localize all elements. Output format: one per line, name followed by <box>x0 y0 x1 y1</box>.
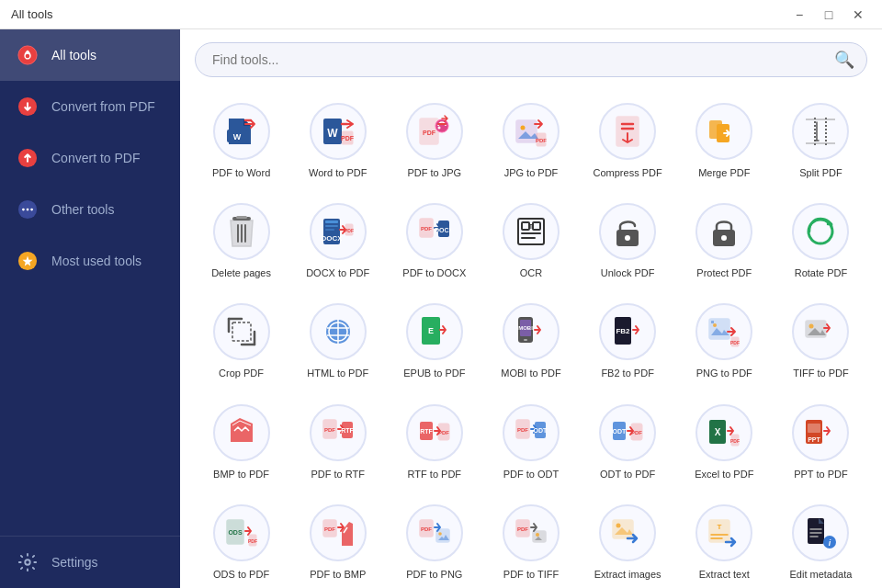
svg-text:PDF: PDF <box>341 135 355 141</box>
tool-item-bmp-to-pdf[interactable]: BMP to PDF <box>195 395 288 488</box>
tool-item-mobi-to-pdf[interactable]: MOBI MOBI to PDF <box>484 294 577 387</box>
svg-point-5 <box>22 209 25 211</box>
tool-label-ods-to-pdf: ODS to PDF <box>213 569 269 581</box>
search-input[interactable] <box>195 42 867 77</box>
tool-item-edit-metadata[interactable]: i Edit metadata <box>775 495 867 588</box>
tool-item-ods-to-pdf[interactable]: ODS PDF ODS to PDF <box>195 495 288 588</box>
close-button[interactable]: ✕ <box>845 5 871 25</box>
tool-item-epub-to-pdf[interactable]: E EPUB to PDF <box>388 294 481 387</box>
svg-point-79 <box>713 323 717 327</box>
sidebar-item-other-tools[interactable]: Other tools <box>0 184 180 235</box>
sidebar-item-convert-to-pdf[interactable]: Convert to PDF <box>0 132 180 184</box>
svg-text:PDF: PDF <box>324 526 335 532</box>
tool-item-pdf-to-png[interactable]: PDF PDF to PNG <box>388 495 481 588</box>
svg-point-1 <box>26 54 30 59</box>
tool-label-pdf-to-docx: PDF to DOCX <box>402 267 466 279</box>
tool-item-pdf-to-docx[interactable]: PDF DOCX PDF to DOCX <box>388 194 481 287</box>
svg-point-9 <box>25 560 30 565</box>
svg-text:RTF: RTF <box>341 427 354 434</box>
svg-text:PDF: PDF <box>345 228 354 233</box>
tool-item-protect-pdf[interactable]: Protect PDF <box>678 194 771 287</box>
tool-label-pdf-to-jpg: PDF to JPG <box>408 167 462 179</box>
svg-text:PDF: PDF <box>438 430 449 435</box>
tool-item-extract-text[interactable]: T Extract text <box>678 495 771 588</box>
tool-icon-extract-images <box>599 504 656 561</box>
tool-item-odt-to-pdf[interactable]: ODT PDF ODT to PDF <box>582 395 674 488</box>
svg-rect-64 <box>232 322 251 341</box>
tool-icon-extract-text: T <box>695 504 752 561</box>
minimize-button[interactable]: − <box>786 5 812 25</box>
tool-item-pdf-to-word[interactable]: W PDF to Word <box>195 94 288 187</box>
tool-item-jpg-to-pdf[interactable]: PDF JPG to PDF <box>484 94 577 187</box>
tool-item-pdf-to-tiff[interactable]: PDF PDF to TIFF <box>484 495 577 588</box>
convert-from-pdf-label: Convert from PDF <box>51 99 155 114</box>
svg-point-120 <box>536 533 539 537</box>
tool-icon-excel-to-pdf: X PDF <box>695 404 752 461</box>
tool-icon-pdf-to-odt: PDF ODT <box>503 404 560 461</box>
tool-label-protect-pdf: Protect PDF <box>696 267 752 279</box>
tool-item-word-to-pdf[interactable]: W PDF Word to PDF <box>291 94 384 187</box>
tool-label-docx-to-pdf: DOCX to PDF <box>306 267 369 279</box>
tool-item-compress-pdf[interactable]: Compress PDF <box>582 94 674 187</box>
other-tools-icon <box>15 197 40 222</box>
tool-item-html-to-pdf[interactable]: HTML to PDF <box>291 294 384 387</box>
tool-label-pdf-to-odt: PDF to ODT <box>503 469 560 481</box>
svg-point-58 <box>721 235 727 241</box>
tool-item-extract-images[interactable]: Extract images <box>582 495 674 588</box>
tool-item-png-to-pdf[interactable]: PDF PNG to PDF <box>678 294 771 387</box>
svg-text:W: W <box>232 132 241 141</box>
convert-from-pdf-icon <box>15 94 40 119</box>
tool-icon-odt-to-pdf: ODT PDF <box>599 404 656 461</box>
tool-label-pdf-to-word: PDF to Word <box>212 167 270 179</box>
most-used-tools-label: Most used tools <box>51 254 141 268</box>
tool-icon-compress-pdf <box>599 103 656 160</box>
svg-point-83 <box>809 324 814 329</box>
tool-label-mobi-to-pdf: MOBI to PDF <box>501 368 560 379</box>
tool-icon-mobi-to-pdf: MOBI <box>503 303 560 360</box>
tool-item-docx-to-pdf[interactable]: DOCX PDF DOCX to PDF <box>291 194 384 287</box>
sidebar-item-all-tools[interactable]: All tools <box>0 29 180 81</box>
tool-icon-bmp-to-pdf <box>213 404 270 461</box>
tool-label-extract-text: Extract text <box>699 569 750 581</box>
tool-label-epub-to-pdf: EPUB to PDF <box>403 368 465 379</box>
tool-label-merge-pdf: Merge PDF <box>698 167 750 179</box>
tool-item-split-pdf[interactable]: Split PDF <box>775 94 867 187</box>
tool-label-compress-pdf: Compress PDF <box>594 167 662 179</box>
tool-label-split-pdf: Split PDF <box>799 167 842 179</box>
tool-label-tiff-to-pdf: TIFF to PDF <box>793 368 849 379</box>
tool-item-pdf-to-odt[interactable]: PDF ODT PDF to ODT <box>484 395 577 488</box>
maximize-button[interactable]: □ <box>816 5 842 25</box>
tool-item-merge-pdf[interactable]: Merge PDF <box>678 94 771 187</box>
svg-text:PDF: PDF <box>631 430 642 435</box>
tool-item-rotate-pdf[interactable]: Rotate PDF <box>775 194 867 287</box>
svg-text:W: W <box>327 127 338 140</box>
tool-item-ppt-to-pdf[interactable]: PPT PPT to PDF <box>775 395 867 488</box>
tool-item-excel-to-pdf[interactable]: X PDF Excel to PDF <box>678 395 771 488</box>
tool-icon-pdf-to-jpg: PDF <box>406 103 463 160</box>
tool-item-pdf-to-rtf[interactable]: PDF RTF PDF to RTF <box>291 395 384 488</box>
tool-icon-epub-to-pdf: E <box>406 303 463 360</box>
svg-text:PPT: PPT <box>808 436 821 443</box>
sidebar-item-convert-from-pdf[interactable]: Convert from PDF <box>0 81 180 132</box>
tool-label-ocr: OCR <box>520 267 542 279</box>
tool-label-excel-to-pdf: Excel to PDF <box>695 469 753 481</box>
sidebar-item-most-used-tools[interactable]: Most used tools <box>0 235 180 287</box>
tool-item-delete-pages[interactable]: Delete pages <box>195 194 288 287</box>
tool-label-bmp-to-pdf: BMP to PDF <box>213 469 269 481</box>
svg-text:T: T <box>529 223 534 230</box>
tool-item-pdf-to-jpg[interactable]: PDF PDF to JPG <box>388 94 481 187</box>
tool-item-ocr[interactable]: T OCR <box>484 194 577 287</box>
tool-item-pdf-to-bmp[interactable]: PDF PDF to BMP <box>291 495 384 588</box>
tool-item-unlock-pdf[interactable]: Unlock PDF <box>582 194 674 287</box>
tool-item-fb2-to-pdf[interactable]: FB2 FB2 to PDF <box>582 294 674 387</box>
tool-icon-jpg-to-pdf: PDF <box>503 103 560 160</box>
tool-item-crop-pdf[interactable]: Crop PDF <box>195 294 288 387</box>
svg-text:PDF: PDF <box>421 526 432 532</box>
tool-item-tiff-to-pdf[interactable]: TIFF to PDF <box>775 294 867 387</box>
svg-text:PDF: PDF <box>324 427 335 433</box>
tool-label-fb2-to-pdf: FB2 to PDF <box>601 368 653 379</box>
tool-item-rtf-to-pdf[interactable]: RTF PDF RTF to PDF <box>388 395 481 488</box>
tool-icon-tiff-to-pdf <box>792 303 849 360</box>
sidebar-item-settings[interactable]: Settings <box>0 536 180 588</box>
settings-icon <box>15 549 40 575</box>
